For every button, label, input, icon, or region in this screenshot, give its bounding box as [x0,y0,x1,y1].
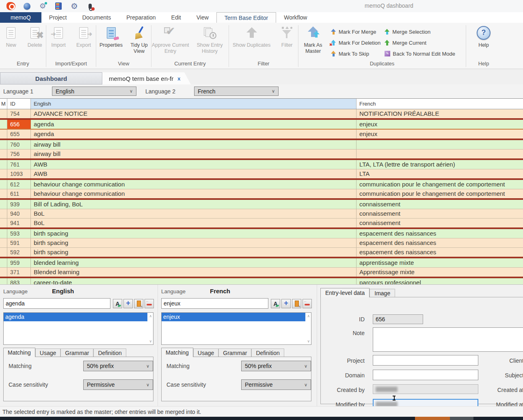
id-cell[interactable]: 760 [7,140,31,149]
term-input[interactable]: agenda [3,298,110,309]
note-field[interactable] [373,327,523,352]
master-cell[interactable] [0,169,7,178]
master-cell[interactable] [0,140,7,149]
master-cell[interactable] [0,229,7,238]
new-entry-button[interactable]: New [0,25,22,48]
master-cell[interactable] [0,160,7,169]
french-cell[interactable]: connaissement [357,219,523,227]
add-term-button[interactable] [123,299,133,308]
table-row[interactable]: 761AWBLTA, LTA (lettre de transport aéri… [0,160,523,169]
matching-dropdown[interactable]: 50% prefix∨ [241,361,311,371]
scroll-up-icon[interactable]: ∧ [149,314,152,318]
menu-view[interactable]: View [189,12,216,23]
table-row[interactable]: 756airway bill [0,149,523,158]
id-cell[interactable]: 592 [7,248,31,257]
french-cell[interactable]: Apprentissage mixte [357,268,523,277]
menu-project[interactable]: Project [41,12,75,23]
table-row[interactable]: 591birth spacingespacement des naissance… [0,238,523,247]
master-cell[interactable] [0,120,7,129]
english-cell[interactable]: BoL [31,209,357,218]
tab-matching[interactable]: Matching [3,348,35,357]
table-row[interactable]: 611behaviour change communicationcommuni… [0,189,523,198]
english-cell[interactable]: ADVANCE NOTICE [31,109,357,118]
column-header-english[interactable]: English [31,99,357,109]
merge-selection-button[interactable]: Merge Selection [385,27,455,37]
term-list-item[interactable]: agenda [4,313,147,321]
table-row[interactable]: 941BoLconnaissement [0,219,523,227]
matching-dropdown[interactable]: 50% prefix∨ [83,361,153,371]
tidy-up-view-button[interactable]: Tidy Up View [128,25,151,54]
scroll-up-icon[interactable]: ∧ [307,314,310,318]
french-cell[interactable]: connaissement [357,200,523,209]
column-header-master[interactable]: M [0,99,7,109]
english-cell[interactable]: birth spacing [31,248,357,257]
english-cell[interactable]: AWB [31,169,357,178]
merge-current-button[interactable]: Merge Current [385,38,455,48]
table-row[interactable]: 593birth spacingespacement des naissance… [0,229,523,238]
id-cell[interactable]: 754 [7,109,31,118]
english-cell[interactable]: behaviour change communication [31,189,357,198]
id-cell[interactable]: 941 [7,219,31,227]
term-list[interactable]: ∧ ∨ agenda [3,312,153,345]
format-case-button[interactable] [113,299,122,308]
id-cell[interactable]: 959 [7,258,31,267]
id-cell[interactable]: 761 [7,160,31,169]
table-row[interactable]: 760airway bill [0,140,523,149]
term-list-item[interactable]: enjeux [162,313,305,321]
tab-image[interactable]: Image [370,289,395,297]
scroll-down-icon[interactable]: ∨ [149,339,152,343]
menu-term-base-editor[interactable]: Term Base Editor [216,12,276,23]
master-cell[interactable] [0,180,7,189]
french-cell[interactable]: communication pour le changement de comp… [357,189,523,198]
tab-grammar[interactable]: Grammar [218,349,251,357]
table-row[interactable]: 939Bill of Lading, BoLconnaissement [0,200,523,209]
table-row[interactable]: 959blended learningapprentissage mixte [0,258,523,267]
french-cell[interactable]: NOTIFICATION PRÉALABLE [357,109,523,118]
id-cell[interactable]: 591 [7,238,31,247]
id-cell[interactable]: 940 [7,209,31,218]
export-button[interactable]: ➜ Export [72,25,95,48]
resource-console-icon[interactable] [54,2,63,11]
column-header-french[interactable]: French [357,99,523,109]
tab-definition[interactable]: Definition [93,349,126,357]
id-cell[interactable]: 883 [7,278,31,284]
options-gear-icon[interactable]: ⚙ [70,2,79,11]
english-cell[interactable]: agenda [31,120,357,129]
french-cell[interactable]: enjeux [357,130,523,139]
id-cell[interactable]: 371 [7,268,31,277]
scroll-down-icon[interactable]: ∨ [307,339,310,343]
french-cell[interactable]: espacement des naissances [357,229,523,238]
dictation-microphone-icon[interactable] [86,2,95,11]
master-cell[interactable] [0,238,7,247]
master-cell[interactable] [0,278,7,284]
menu-memoq[interactable]: memoQ [0,12,41,23]
menu-preparation[interactable]: Preparation [119,12,163,23]
settings-gear-icon[interactable]: ⚙ [38,2,47,11]
id-cell[interactable]: 1093 [7,169,31,178]
format-case-button[interactable] [271,299,280,308]
french-cell[interactable]: parcours professionnel [357,278,523,284]
mark-for-deletion-button[interactable]: ✖ Mark For Deletion [331,38,380,48]
master-cell[interactable] [0,130,7,139]
english-cell[interactable]: behaviour change communication [31,180,357,189]
french-cell[interactable] [357,140,523,149]
domain-field[interactable] [373,370,478,380]
table-row[interactable]: 940BoLconnaissement [0,209,523,218]
mark-as-master-button[interactable]: Mark As Master [298,24,328,61]
english-cell[interactable]: AWB [31,160,357,169]
id-cell[interactable]: 593 [7,229,31,238]
id-cell[interactable]: 612 [7,180,31,189]
english-cell[interactable]: BoL [31,219,357,227]
close-tab-icon[interactable]: x [177,76,180,82]
tab-matching[interactable]: Matching [161,348,193,357]
id-cell[interactable]: 611 [7,189,31,198]
english-cell[interactable]: agenda [31,130,357,139]
insert-variant-button[interactable] [134,299,143,308]
case-sensitivity-dropdown[interactable]: Permissive∨ [83,379,153,390]
table-row[interactable]: 612behaviour change communicationcommuni… [0,180,523,189]
master-cell[interactable] [0,109,7,118]
column-header-id[interactable]: ID [7,99,31,109]
table-row[interactable]: 592birth spacingespacement des naissance… [0,248,523,257]
french-cell[interactable]: LTA, LTA (lettre de transport aérien) [357,160,523,169]
import-button[interactable]: ➜ Import [47,25,70,48]
